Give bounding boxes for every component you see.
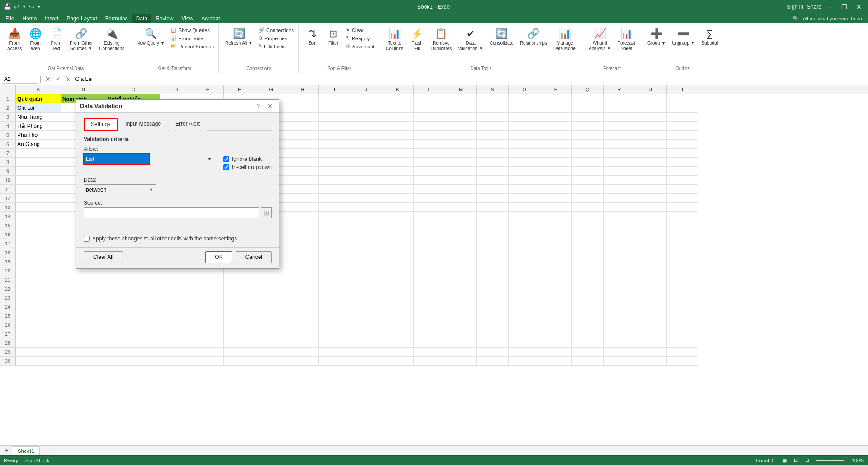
cell-23-col-t[interactable]	[667, 293, 698, 302]
row-num-24[interactable]: 24	[0, 302, 16, 311]
cell-14-col-i[interactable]	[319, 212, 350, 221]
cell-1-col-n[interactable]	[477, 94, 509, 103]
cell-14-col-m[interactable]	[445, 212, 477, 221]
cell-23-col-e[interactable]	[192, 293, 224, 302]
page-break-view-icon[interactable]: ⊡	[805, 457, 809, 463]
cell-23-col-i[interactable]	[319, 293, 350, 302]
cell-20-col-a[interactable]	[16, 266, 61, 275]
cell-2-col-s[interactable]	[635, 103, 667, 113]
cell-16-col-k[interactable]	[382, 230, 414, 239]
cell-18-col-h[interactable]	[287, 248, 319, 257]
cell-1-col-o[interactable]	[509, 94, 540, 103]
col-header-n[interactable]: N	[477, 85, 509, 94]
allow-dropdown[interactable]: List Any value Whole number Decimal Date…	[84, 154, 149, 164]
cell-16-col-r[interactable]	[604, 230, 635, 239]
cell-7-col-n[interactable]	[477, 149, 509, 158]
cell-11-col-n[interactable]	[477, 185, 509, 194]
cell-24-col-c[interactable]	[106, 302, 160, 311]
cell-22-col-p[interactable]	[540, 284, 572, 293]
cell-26-col-i[interactable]	[319, 320, 350, 329]
cell-27-col-b[interactable]	[61, 329, 106, 338]
cell-25-col-q[interactable]	[572, 311, 604, 320]
col-header-l[interactable]: L	[414, 85, 445, 94]
cell-2-col-l[interactable]	[414, 103, 445, 113]
cell-12-col-k[interactable]	[382, 194, 414, 203]
cell-20-col-o[interactable]	[509, 266, 540, 275]
cell-21-col-q[interactable]	[572, 275, 604, 284]
cell-26-col-d[interactable]	[160, 320, 192, 329]
advanced-button[interactable]: ⚙ Advanced	[344, 42, 376, 50]
cell-5-col-a[interactable]: Phú Thọ	[16, 131, 61, 140]
cell-6-col-q[interactable]	[572, 140, 604, 149]
cell-23-col-g[interactable]	[255, 293, 287, 302]
cell-25-col-j[interactable]	[350, 311, 382, 320]
subtotal-button[interactable]: ∑ Subtotal	[698, 26, 721, 48]
cell-3-col-i[interactable]	[319, 113, 350, 122]
cell-10-col-p[interactable]	[540, 176, 572, 185]
cell-30-col-r[interactable]	[604, 357, 635, 366]
cell-28-col-l[interactable]	[414, 338, 445, 348]
cell-26-col-m[interactable]	[445, 320, 477, 329]
col-header-k[interactable]: K	[382, 85, 414, 94]
cell-28-col-o[interactable]	[509, 338, 540, 348]
cell-24-col-i[interactable]	[319, 302, 350, 311]
cell-18-col-o[interactable]	[509, 248, 540, 257]
cell-12-col-i[interactable]	[319, 194, 350, 203]
cell-8-col-i[interactable]	[319, 158, 350, 167]
cell-26-col-e[interactable]	[192, 320, 224, 329]
cell-17-col-n[interactable]	[477, 239, 509, 248]
cell-22-col-b[interactable]	[61, 284, 106, 293]
cell-14-col-p[interactable]	[540, 212, 572, 221]
minimize-button[interactable]: ─	[825, 2, 835, 11]
cell-24-col-q[interactable]	[572, 302, 604, 311]
cell-22-col-l[interactable]	[414, 284, 445, 293]
cell-26-col-s[interactable]	[635, 320, 667, 329]
cell-25-col-h[interactable]	[287, 311, 319, 320]
cell-11-col-l[interactable]	[414, 185, 445, 194]
cell-29-col-h[interactable]	[287, 348, 319, 357]
cell-22-col-f[interactable]	[224, 284, 255, 293]
sheet-tab-sheet1[interactable]: Sheet1	[12, 446, 40, 455]
cell-30-col-o[interactable]	[509, 357, 540, 366]
cell-11-col-s[interactable]	[635, 185, 667, 194]
menu-file[interactable]: File	[2, 14, 18, 23]
row-num-30[interactable]: 30	[0, 357, 16, 366]
cell-24-col-k[interactable]	[382, 302, 414, 311]
cell-4-col-h[interactable]	[287, 122, 319, 131]
cell-23-col-l[interactable]	[414, 293, 445, 302]
cell-28-col-g[interactable]	[255, 338, 287, 348]
cell-7-col-m[interactable]	[445, 149, 477, 158]
cell-27-col-a[interactable]	[16, 329, 61, 338]
cell-12-col-h[interactable]	[287, 194, 319, 203]
cell-24-col-h[interactable]	[287, 302, 319, 311]
cell-5-col-p[interactable]	[540, 131, 572, 140]
col-header-j[interactable]: J	[350, 85, 382, 94]
cell-7-col-a[interactable]	[16, 149, 61, 158]
cell-30-col-e[interactable]	[192, 357, 224, 366]
cell-4-col-i[interactable]	[319, 122, 350, 131]
cell-23-col-f[interactable]	[224, 293, 255, 302]
cell-19-col-s[interactable]	[635, 257, 667, 266]
cell-9-col-l[interactable]	[414, 167, 445, 176]
cell-24-col-n[interactable]	[477, 302, 509, 311]
tab-input-message[interactable]: Input Message	[118, 118, 168, 131]
col-header-b[interactable]: B	[61, 85, 106, 94]
recent-sources-button[interactable]: 📂 Recent Sources	[169, 42, 216, 50]
cell-28-col-j[interactable]	[350, 338, 382, 348]
row-num-25[interactable]: 25	[0, 311, 16, 320]
tab-settings[interactable]: Settings	[84, 118, 118, 131]
cell-24-col-d[interactable]	[160, 302, 192, 311]
cell-28-col-n[interactable]	[477, 338, 509, 348]
cell-22-col-e[interactable]	[192, 284, 224, 293]
cell-12-col-o[interactable]	[509, 194, 540, 203]
cell-30-col-q[interactable]	[572, 357, 604, 366]
cell-29-col-k[interactable]	[382, 348, 414, 357]
cell-4-col-l[interactable]	[414, 122, 445, 131]
refresh-all-button[interactable]: 🔄 Refresh All ▼	[222, 26, 255, 48]
cell-12-col-s[interactable]	[635, 194, 667, 203]
cell-22-col-s[interactable]	[635, 284, 667, 293]
cell-1-col-p[interactable]	[540, 94, 572, 103]
cell-26-col-q[interactable]	[572, 320, 604, 329]
cell-26-col-o[interactable]	[509, 320, 540, 329]
cell-1-col-s[interactable]	[635, 94, 667, 103]
